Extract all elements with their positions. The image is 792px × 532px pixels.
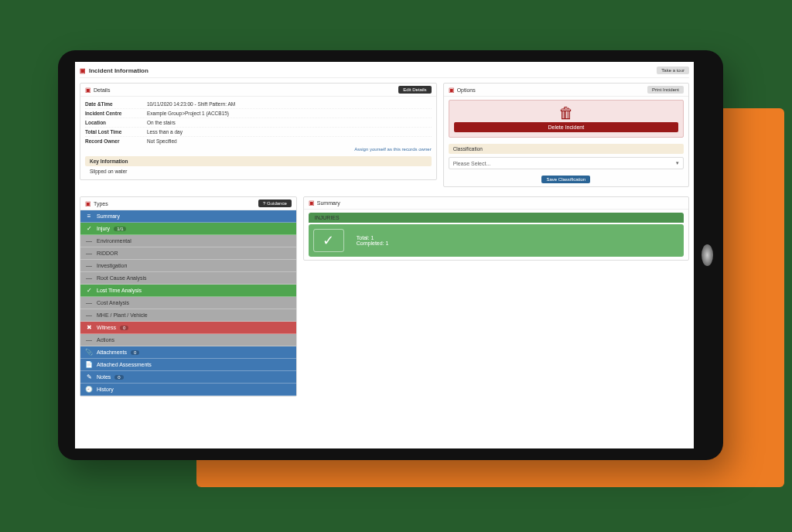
type-item-badge: 1/1 bbox=[114, 227, 126, 231]
type-item-notes[interactable]: ✎Notes0 bbox=[80, 371, 296, 384]
key-info-heading: Key Information bbox=[85, 156, 432, 166]
detail-row: Incident CentreExample Group>Project 1 (… bbox=[85, 109, 432, 118]
type-item-label: Environmental bbox=[97, 238, 131, 244]
page-title: ▣ Incident Information bbox=[80, 67, 148, 74]
options-title: ▣ Options bbox=[449, 87, 476, 94]
type-item-label: Investigation bbox=[97, 263, 127, 268]
detail-row: Record OwnerNot Specified bbox=[85, 137, 432, 145]
incident-icon: ▣ bbox=[80, 67, 86, 74]
check-icon: ✓ bbox=[313, 229, 344, 252]
tablet-frame: ▣ Incident Information Take a tour ▣ Det… bbox=[58, 50, 723, 460]
top-bar: ▣ Incident Information Take a tour bbox=[80, 65, 689, 78]
type-item-label: Lost Time Analysis bbox=[97, 288, 142, 293]
type-item-icon: — bbox=[85, 237, 93, 244]
delete-incident-label: Delete Incident bbox=[454, 122, 678, 132]
detail-row: Date &Time10/11/2020 14:23:00 - Shift Pa… bbox=[85, 100, 432, 109]
type-item-icon: — bbox=[85, 299, 93, 306]
detail-key: Date &Time bbox=[85, 101, 147, 107]
type-item-lost-time-analysis[interactable]: ✓Lost Time Analysis bbox=[80, 285, 296, 297]
save-classification-button[interactable]: Save Classification bbox=[541, 176, 590, 183]
type-item-label: Injury bbox=[97, 226, 110, 231]
type-item-icon: — bbox=[85, 312, 93, 319]
classification-label: Classification bbox=[449, 144, 684, 154]
summary-card-title: INJURIES bbox=[309, 213, 684, 223]
type-item-label: Actions bbox=[97, 337, 114, 343]
type-item-badge: 0 bbox=[131, 350, 139, 355]
delete-incident-button[interactable]: 🗑 Delete Incident bbox=[449, 100, 684, 138]
type-item-label: Root Cause Analysis bbox=[97, 275, 147, 281]
type-item-history[interactable]: 🕘History bbox=[80, 384, 296, 396]
type-item-actions[interactable]: —Actions bbox=[80, 334, 296, 346]
details-title: ▣ Details bbox=[85, 87, 110, 94]
type-item-icon: ✓ bbox=[85, 287, 93, 294]
detail-key: Location bbox=[85, 120, 147, 125]
type-item-environmental[interactable]: —Environmental bbox=[80, 235, 296, 247]
chevron-down-icon: ▾ bbox=[676, 160, 679, 166]
type-item-cost-analysis[interactable]: —Cost Analysis bbox=[80, 297, 296, 309]
type-item-witness[interactable]: ✖Witness0 bbox=[80, 322, 296, 334]
page-title-text: Incident Information bbox=[89, 67, 148, 74]
summary-stats: Total: 1 Completed: 1 bbox=[357, 235, 389, 246]
detail-value: 10/11/2020 14:23:00 - Shift Pattern: AM bbox=[147, 101, 432, 107]
summary-icon: ▣ bbox=[309, 200, 315, 206]
type-item-summary[interactable]: ≡Summary bbox=[80, 210, 296, 223]
type-item-mhe-plant-vehicle[interactable]: —MHE / Plant / Vehicle bbox=[80, 309, 296, 322]
type-item-label: Witness bbox=[97, 325, 116, 330]
types-panel: ▣ Types ? Guidance ≡Summary✓Injury1/1—En… bbox=[80, 196, 297, 397]
edit-details-button[interactable]: Edit Details bbox=[398, 86, 431, 94]
type-item-icon: ✎ bbox=[85, 373, 93, 380]
type-item-label: Attachments bbox=[97, 350, 127, 355]
print-incident-button[interactable]: Print Incident bbox=[647, 86, 684, 94]
type-item-label: MHE / Plant / Vehicle bbox=[97, 312, 148, 318]
type-item-root-cause-analysis[interactable]: —Root Cause Analysis bbox=[80, 272, 296, 285]
options-panel: ▣ Options Print Incident 🗑 Delete Incide… bbox=[443, 83, 689, 187]
summary-title: ▣ Summary bbox=[309, 200, 340, 206]
type-item-icon: 📎 bbox=[85, 349, 93, 356]
details-icon: ▣ bbox=[85, 87, 91, 94]
type-item-label: RIDDOR bbox=[97, 251, 118, 256]
detail-row: Total Lost TimeLess than a day bbox=[85, 128, 432, 137]
detail-value: Example Group>Project 1 (ACCB15) bbox=[147, 111, 432, 116]
types-icon: ▣ bbox=[85, 200, 91, 207]
type-item-label: Attached Assessments bbox=[97, 362, 152, 367]
type-item-icon: — bbox=[85, 262, 93, 269]
type-item-icon: ✖ bbox=[85, 324, 93, 331]
type-item-investigation[interactable]: —Investigation bbox=[80, 260, 296, 272]
type-item-badge: 0 bbox=[120, 326, 128, 330]
type-item-attachments[interactable]: 📎Attachments0 bbox=[80, 346, 296, 359]
type-item-attached-assessments[interactable]: 📄Attached Assessments bbox=[80, 359, 296, 371]
classification-select[interactable]: Please Select... ▾ bbox=[449, 157, 684, 169]
detail-key: Total Lost Time bbox=[85, 129, 147, 135]
type-item-label: History bbox=[97, 387, 114, 392]
type-item-icon: — bbox=[85, 336, 93, 343]
take-tour-button[interactable]: Take a tour bbox=[657, 66, 689, 74]
summary-panel: ▣ Summary INJURIES ✓ Total: 1 Completed: bbox=[303, 196, 689, 261]
details-panel: ▣ Details Edit Details Date &Time10/11/2… bbox=[80, 83, 437, 180]
type-item-label: Notes bbox=[97, 374, 111, 380]
key-info-text: Slipped on water bbox=[85, 166, 432, 176]
detail-key: Incident Centre bbox=[85, 111, 147, 116]
type-item-icon: 🕘 bbox=[85, 386, 93, 393]
detail-value: Not Specified bbox=[147, 138, 432, 144]
trash-icon: 🗑 bbox=[454, 105, 678, 121]
type-item-icon: ✓ bbox=[85, 225, 93, 232]
type-item-icon: — bbox=[85, 275, 93, 281]
detail-row: LocationOn the stairs bbox=[85, 118, 432, 128]
type-item-label: Summary bbox=[97, 213, 120, 219]
options-icon: ▣ bbox=[449, 87, 455, 94]
classification-placeholder: Please Select... bbox=[453, 161, 491, 166]
summary-card[interactable]: INJURIES ✓ Total: 1 Completed: 1 bbox=[309, 213, 684, 257]
detail-value: Less than a day bbox=[147, 129, 432, 135]
type-item-icon: ≡ bbox=[85, 213, 93, 220]
types-title: ▣ Types bbox=[85, 200, 108, 207]
type-item-icon: 📄 bbox=[85, 361, 93, 368]
type-item-label: Cost Analysis bbox=[97, 300, 129, 305]
type-item-injury[interactable]: ✓Injury1/1 bbox=[80, 223, 296, 235]
assign-owner-link[interactable]: Assign yourself as this records owner bbox=[85, 145, 432, 153]
type-item-riddor[interactable]: —RIDDOR bbox=[80, 247, 296, 260]
types-list: ≡Summary✓Injury1/1—Environmental—RIDDOR—… bbox=[80, 210, 296, 396]
app-screen: ▣ Incident Information Take a tour ▣ Det… bbox=[75, 62, 694, 448]
detail-key: Record Owner bbox=[85, 138, 147, 144]
guidance-button[interactable]: ? Guidance bbox=[258, 200, 292, 207]
type-item-icon: — bbox=[85, 250, 93, 257]
